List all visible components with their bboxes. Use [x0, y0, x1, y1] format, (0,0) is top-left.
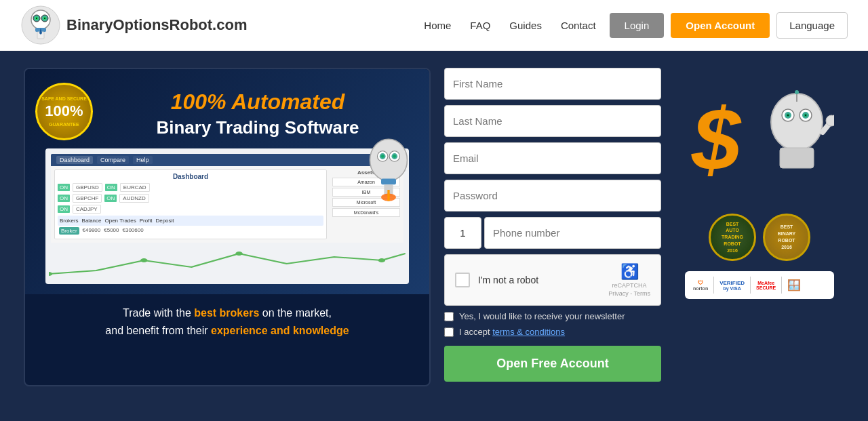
open-account-button[interactable]: Open Account	[671, 13, 770, 38]
nav-faq[interactable]: FAQ	[470, 20, 490, 31]
dash-tab-compare: Compare	[97, 156, 129, 164]
svg-point-37	[795, 90, 799, 94]
newsletter-label: Yes, I would like to receive your newsle…	[459, 311, 625, 321]
recaptcha-brand: reCAPTCHA	[612, 282, 647, 289]
hero-title-line1: 100% Automated	[100, 89, 416, 115]
recaptcha-right: ♿ reCAPTCHA Privacy - Terms	[608, 263, 650, 297]
hero-bottom-text2: and benefit from their experience and kn…	[39, 322, 416, 340]
hero-highlight-2: experience and knowledge	[211, 325, 349, 336]
chart-svg	[49, 247, 406, 281]
terms-link[interactable]: terms & conditions	[492, 327, 565, 337]
open-free-account-button[interactable]: Open Free Account	[444, 346, 661, 382]
dashboard-preview: Dashboard Compare Help Dashboard ON GBPU…	[45, 148, 409, 284]
hero-text-1: Trade with the	[123, 307, 194, 319]
trust-mcafee: McAfee SECURE	[756, 281, 776, 290]
hero-banner: SAFE AND SECURE 100% GUARANTEE 100% Auto…	[25, 69, 429, 294]
terms-label: I accept terms & conditions	[459, 327, 565, 337]
guarantee-pct: 100%	[45, 102, 83, 121]
robot-small-icon	[358, 130, 419, 205]
nav-guides[interactable]: Guides	[509, 20, 542, 31]
recaptcha-links: Privacy - Terms	[608, 290, 650, 297]
hero-text-3: and benefit from their	[105, 325, 211, 336]
newsletter-row: Yes, I would like to receive your newsle…	[444, 311, 661, 321]
recaptcha-box: I'm not a robot ♿ reCAPTCHA Privacy - Te…	[444, 254, 661, 306]
language-button[interactable]: Language	[776, 12, 848, 39]
svg-point-35	[805, 115, 806, 116]
svg-point-34	[787, 115, 789, 116]
dash-tab-dashboard: Dashboard	[56, 156, 93, 164]
hero-text-2: on the market,	[259, 307, 332, 319]
main-content: SAFE AND SECURE 100% GUARANTEE 100% Auto…	[0, 51, 868, 403]
dashboard-title: Dashboard	[58, 173, 323, 180]
svg-point-7	[44, 18, 45, 19]
recaptcha-label: I'm not a robot	[478, 275, 538, 285]
terms-text: I accept	[459, 327, 492, 337]
trust-divider-3	[781, 277, 782, 294]
dash-tab-help: Help	[133, 156, 153, 164]
trust-visa: VERIFIED by VISA	[719, 280, 745, 291]
recaptcha-left: I'm not a robot	[455, 273, 538, 287]
hero-bottom: Trade with the best brokers on the marke…	[25, 294, 429, 349]
recaptcha-checkbox[interactable]	[455, 273, 470, 287]
nav-links: Home FAQ Guides Contact	[424, 20, 595, 31]
awards-row: BEST AUTO TRADING ROBOT 2016 BEST BINARY…	[709, 214, 810, 261]
hero-bottom-text: Trade with the best brokers on the marke…	[39, 304, 416, 322]
email-input[interactable]	[444, 142, 661, 174]
header-buttons: Login Open Account Language	[610, 12, 848, 39]
trust-windows: 🪟	[787, 279, 801, 292]
password-input[interactable]	[444, 180, 661, 212]
logo-icon	[20, 5, 61, 45]
terms-checkbox[interactable]	[444, 327, 454, 337]
svg-point-13	[235, 252, 243, 256]
hero-highlight-1: best brokers	[194, 307, 259, 319]
svg-point-12	[140, 258, 148, 262]
trust-norton: 🛡 norton	[693, 280, 708, 291]
login-button[interactable]: Login	[610, 13, 665, 38]
last-name-input[interactable]	[444, 105, 661, 137]
trust-bar: 🛡 norton VERIFIED by VISA McAfee SECURE …	[685, 271, 834, 299]
award-badge-2: BEST BINARY ROBOT 2016	[763, 214, 810, 261]
left-panel: SAFE AND SECURE 100% GUARANTEE 100% Auto…	[24, 68, 431, 386]
svg-rect-22	[381, 179, 396, 185]
phone-number-input[interactable]	[484, 217, 661, 249]
svg-point-11	[49, 272, 52, 276]
nav-home[interactable]: Home	[424, 20, 451, 31]
trust-divider-1	[713, 277, 714, 294]
logo-area: BinaryOptionsRobot.com	[20, 5, 424, 45]
logo-text: BinaryOptionsRobot.com	[66, 16, 247, 34]
svg-rect-38	[780, 148, 814, 168]
nav-contact[interactable]: Contact	[561, 20, 596, 31]
svg-point-21	[393, 155, 396, 157]
svg-point-14	[378, 258, 386, 262]
recaptcha-logo-icon: ♿	[620, 263, 639, 281]
guarantee-badge: SAFE AND SECURE 100% GUARANTEE	[35, 83, 93, 140]
form-panel: I'm not a robot ♿ reCAPTCHA Privacy - Te…	[444, 68, 661, 382]
first-name-input[interactable]	[444, 68, 661, 100]
svg-text:$: $	[691, 89, 742, 188]
robot-dollar-illustration: $	[685, 68, 834, 203]
header: BinaryOptionsRobot.com Home FAQ Guides C…	[0, 0, 868, 51]
svg-point-15	[370, 139, 408, 181]
right-panel: $	[675, 68, 844, 299]
award-badge-1: BEST AUTO TRADING ROBOT 2016	[709, 214, 756, 261]
newsletter-checkbox[interactable]	[444, 312, 454, 321]
svg-point-6	[36, 18, 37, 19]
phone-country-input[interactable]	[444, 217, 481, 249]
terms-row: I accept terms & conditions	[444, 327, 661, 337]
phone-row	[444, 217, 661, 249]
svg-point-20	[381, 155, 384, 157]
hero-illustration: $	[685, 68, 834, 203]
trust-divider-2	[750, 277, 751, 294]
svg-point-27	[771, 94, 823, 151]
